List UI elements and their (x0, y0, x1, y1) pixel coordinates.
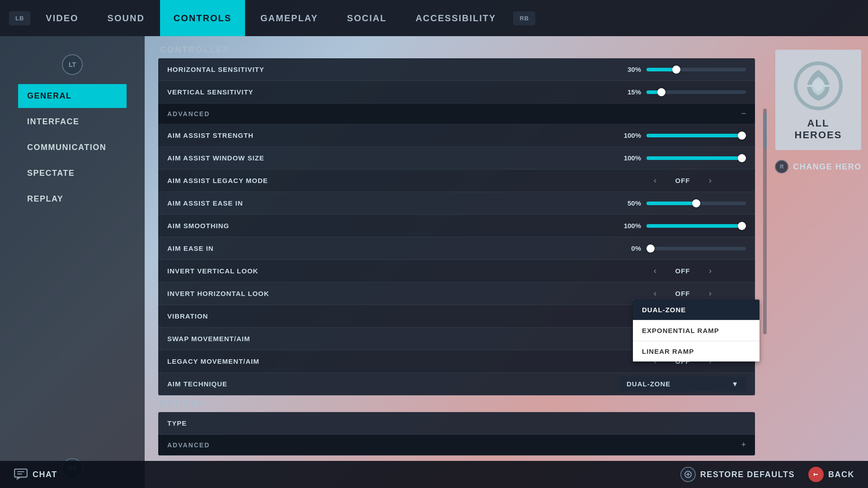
invert-vertical-look-row: INVERT VERTICAL LOOK ‹ OFF › (158, 260, 755, 282)
invert-vertical-look-label: INVERT VERTICAL LOOK (167, 267, 619, 275)
vertical-sensitivity-value: 15% (614, 88, 641, 96)
aim-assist-window-size-fill (646, 156, 746, 160)
change-hero-badge-label: R (780, 164, 784, 170)
aim-assist-legacy-mode-row: AIM ASSIST LEGACY MODE ‹ OFF › (158, 169, 755, 192)
sidebar-item-general[interactable]: GENERAL (18, 84, 127, 108)
tab-social[interactable]: SOCIAL (334, 0, 401, 36)
restore-defaults-button[interactable]: RESTORE DEFAULTS (680, 467, 795, 482)
aim-smoothing-slider[interactable] (646, 224, 746, 228)
hero-logo (791, 59, 845, 113)
tab-gameplay[interactable]: GAMEPLAY (247, 0, 332, 36)
legacy-movement-aim-label: LEGACY MOVEMENT/AIM (167, 357, 619, 365)
vibration-label: VIBRATION (167, 312, 619, 320)
aim-assist-ease-in-value: 50% (614, 199, 641, 207)
chat-icon (14, 467, 28, 482)
aim-technique-row: AIM TECHNIQUE DUAL-ZONE ▼ (158, 373, 755, 395)
invert-vertical-look-toggle[interactable]: ‹ OFF › (619, 264, 746, 277)
tab-accessibility[interactable]: ACCESSIBILITY (402, 0, 509, 36)
aim-assist-legacy-mode-toggle[interactable]: ‹ OFF › (619, 174, 746, 187)
sidebar-item-communication[interactable]: COMMUNICATION (18, 136, 127, 160)
horizontal-sensitivity-slider[interactable] (646, 68, 746, 71)
aim-technique-value: DUAL-ZONE (627, 380, 670, 388)
dropdown-option-linear-ramp[interactable]: LINEAR RAMP (633, 341, 760, 361)
vertical-sensitivity-thumb[interactable] (657, 88, 665, 96)
aim-assist-window-size-thumb[interactable] (738, 154, 746, 162)
advanced-label: ADVANCED (167, 110, 741, 117)
top-nav: LB VIDEO SOUND CONTROLS GAMEPLAY SOCIAL … (0, 0, 868, 36)
invert-horizontal-look-label: INVERT HORIZONTAL LOOK (167, 290, 619, 297)
reticle-type-label: TYPE (167, 419, 746, 427)
hero-card: ALL HEROES (775, 50, 861, 150)
sidebar-item-replay[interactable]: REPLAY (18, 187, 127, 211)
aim-ease-in-label: AIM EASE IN (167, 244, 614, 252)
vertical-sensitivity-row: VERTICAL SENSITIVITY 15% (158, 81, 755, 103)
aim-assist-strength-row: AIM ASSIST STRENGTH 100% (158, 124, 755, 147)
chat-button[interactable]: CHAT (14, 467, 57, 482)
invert-vertical-look-left-arrow[interactable]: ‹ (649, 264, 661, 277)
reticle-advanced-icon: + (741, 440, 746, 450)
back-button[interactable]: BACK (808, 467, 854, 482)
invert-vertical-look-right-arrow[interactable]: › (704, 264, 716, 277)
aim-technique-dropdown-popup: DUAL-ZONE EXPONENTIAL RAMP LINEAR RAMP (633, 300, 760, 361)
vertical-sensitivity-label: VERTICAL SENSITIVITY (167, 88, 614, 96)
aim-ease-in-thumb[interactable] (646, 244, 655, 253)
chat-label: CHAT (33, 470, 57, 479)
aim-assist-strength-thumb[interactable] (738, 131, 746, 140)
aim-assist-ease-in-label: AIM ASSIST EASE IN (167, 199, 614, 207)
aim-assist-window-size-slider[interactable] (646, 156, 746, 160)
tab-sound[interactable]: SOUND (94, 0, 158, 36)
aim-assist-legacy-mode-value: OFF (665, 177, 701, 184)
rb-button[interactable]: RB (513, 11, 535, 25)
invert-horizontal-look-toggle[interactable]: ‹ OFF › (619, 287, 746, 300)
invert-horizontal-look-right-arrow[interactable]: › (704, 287, 716, 300)
aim-assist-ease-in-slider[interactable] (646, 202, 746, 205)
horizontal-sensitivity-thumb[interactable] (672, 66, 680, 74)
aim-assist-legacy-mode-right-arrow[interactable]: › (704, 174, 716, 187)
aim-assist-window-size-value: 100% (614, 154, 641, 162)
aim-smoothing-value: 100% (614, 222, 641, 230)
reticle-type-row: TYPE (158, 412, 755, 435)
aim-ease-in-value: 0% (614, 244, 641, 252)
change-hero-icon: R (775, 160, 788, 174)
reticle-settings-panel: TYPE ADVANCED + (158, 412, 755, 455)
aim-assist-legacy-mode-left-arrow[interactable]: ‹ (649, 174, 661, 187)
invert-horizontal-look-left-arrow[interactable]: ‹ (649, 287, 661, 300)
scrollbar-track (763, 108, 767, 334)
dropdown-option-exponential-ramp[interactable]: EXPONENTIAL RAMP (633, 320, 760, 341)
sidebar: LT GENERAL INTERFACE COMMUNICATION SPECT… (0, 36, 145, 488)
lb-button[interactable]: LB (9, 11, 30, 25)
tab-video[interactable]: VIDEO (32, 0, 92, 36)
aim-ease-in-row: AIM EASE IN 0% (158, 237, 755, 260)
back-icon (808, 467, 824, 482)
horizontal-sensitivity-label: HORIZONTAL SENSITIVITY (167, 66, 614, 73)
aim-assist-legacy-mode-label: AIM ASSIST LEGACY MODE (167, 177, 619, 184)
aim-assist-ease-in-row: AIM ASSIST EASE IN 50% (158, 192, 755, 215)
aim-assist-ease-in-fill (646, 202, 696, 205)
hero-name: ALL HEROES (784, 117, 852, 141)
aim-smoothing-thumb[interactable] (738, 222, 746, 230)
aim-ease-in-slider[interactable] (646, 247, 746, 250)
change-hero-label: CHANGE HERO (793, 162, 862, 172)
scrollbar-thumb[interactable] (763, 113, 767, 149)
restore-defaults-label: RESTORE DEFAULTS (700, 470, 795, 479)
svg-rect-2 (14, 469, 27, 477)
sidebar-item-interface[interactable]: INTERFACE (18, 110, 127, 134)
sidebar-item-spectate[interactable]: SPECTATE (18, 161, 127, 185)
tab-controls[interactable]: CONTROLS (160, 0, 245, 36)
bottom-right-buttons: RESTORE DEFAULTS BACK (680, 467, 854, 482)
reticle-section: RETICLE TYPE ADVANCED + (158, 399, 755, 455)
reticle-advanced-header[interactable]: ADVANCED + (158, 435, 755, 455)
aim-assist-strength-label: AIM ASSIST STRENGTH (167, 131, 614, 139)
horizontal-sensitivity-row: HORIZONTAL SENSITIVITY 30% (158, 58, 755, 81)
vertical-sensitivity-slider[interactable] (646, 90, 746, 94)
aim-technique-dropdown[interactable]: DUAL-ZONE ▼ (619, 376, 746, 391)
back-label: BACK (828, 470, 854, 479)
dropdown-option-dual-zone[interactable]: DUAL-ZONE (633, 300, 760, 320)
swap-movement-aim-label: SWAP MOVEMENT/AIM (167, 335, 619, 343)
aim-assist-strength-slider[interactable] (646, 134, 746, 137)
change-hero-button[interactable]: R CHANGE HERO (770, 157, 866, 176)
aim-technique-label: AIM TECHNIQUE (167, 380, 619, 388)
advanced-header[interactable]: ADVANCED − (158, 103, 755, 124)
aim-assist-ease-in-thumb[interactable] (692, 199, 700, 207)
advanced-collapse-icon: − (741, 109, 746, 118)
